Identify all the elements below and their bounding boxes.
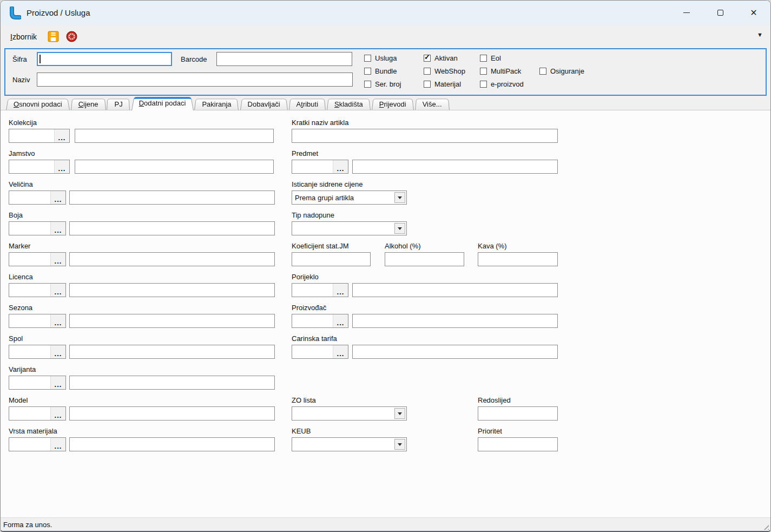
carinska-text-input[interactable] xyxy=(352,345,558,359)
browse-button[interactable]: ... xyxy=(50,191,65,204)
varijanta-text-input[interactable] xyxy=(69,376,275,390)
browse-button[interactable]: ... xyxy=(50,438,65,451)
minimize-button[interactable] xyxy=(670,1,703,25)
field-row-licenca: Licenca... xyxy=(9,273,275,297)
browse-button[interactable]: ... xyxy=(50,345,65,358)
dropdown-value xyxy=(292,407,393,420)
vrsta-materijala-text-input[interactable] xyxy=(69,437,275,451)
spol-text-input[interactable] xyxy=(69,345,275,359)
browse-button[interactable]: ... xyxy=(50,314,65,327)
browse-button[interactable]: ... xyxy=(333,345,348,358)
field-label: Kolekcija xyxy=(9,119,274,127)
tab-dobavljaci[interactable]: Dobavljači xyxy=(240,98,288,110)
zo-lista-dropdown[interactable] xyxy=(292,406,407,421)
browse-button[interactable]: ... xyxy=(50,376,65,389)
field-label: Boja xyxy=(9,211,275,220)
boja-code-input[interactable] xyxy=(9,222,50,235)
save-button[interactable] xyxy=(45,29,61,44)
browse-button[interactable]: ... xyxy=(54,160,69,173)
checkbox-materijal[interactable]: ✓Materijal xyxy=(424,80,461,88)
koeficijent-input[interactable] xyxy=(292,252,371,266)
carinska-code-input[interactable] xyxy=(292,345,333,358)
checkbox-ser-broj[interactable]: ✓Ser. broj xyxy=(364,80,401,88)
dropdown-value xyxy=(292,438,393,451)
barcode-input[interactable] xyxy=(216,52,352,66)
sezona-text-input[interactable] xyxy=(69,314,275,328)
tab-pj[interactable]: PJ xyxy=(107,98,130,110)
close-icon: ✕ xyxy=(750,9,757,17)
checkbox-e-proizvod[interactable]: ✓e-proizvod xyxy=(480,80,524,88)
redoslijed-input[interactable] xyxy=(478,406,558,421)
kolekcija-text-input[interactable] xyxy=(75,129,274,143)
naziv-input[interactable] xyxy=(37,73,353,87)
alkohol-input[interactable] xyxy=(385,252,464,266)
porijeklo-text-input[interactable] xyxy=(352,283,558,297)
resize-grip[interactable] xyxy=(762,523,769,530)
checkbox-osiguranje[interactable]: ✓Osiguranje xyxy=(539,67,584,75)
isticanje-dropdown[interactable]: Prema grupi artikla xyxy=(292,191,407,205)
lookup-field: ... xyxy=(9,191,66,205)
predmet-code-input[interactable] xyxy=(292,160,333,173)
field-row-keub: KEUB xyxy=(292,427,407,451)
checkbox-eol[interactable]: ✓Eol xyxy=(480,54,501,62)
browse-button[interactable]: ... xyxy=(333,284,348,297)
browse-button[interactable]: ... xyxy=(333,160,348,173)
varijanta-code-input[interactable] xyxy=(9,376,50,389)
tab-osnovni-podaci[interactable]: Osnovni podaci xyxy=(6,98,70,110)
licenca-code-input[interactable] xyxy=(9,284,50,297)
checkbox-usluga[interactable]: ✓Usluga xyxy=(364,54,397,62)
browse-button[interactable]: ... xyxy=(54,129,69,142)
proizvodac-code-input[interactable] xyxy=(292,314,333,327)
checkbox-label: Eol xyxy=(491,54,501,62)
cancel-button[interactable] xyxy=(64,29,79,44)
tab-prijevodi[interactable]: Prijevodi xyxy=(372,98,414,110)
jamstvo-text-input[interactable] xyxy=(75,160,274,174)
toolbar-overflow-icon[interactable]: ▼ xyxy=(757,31,763,38)
browse-button[interactable]: ... xyxy=(50,253,65,266)
tab-vise[interactable]: Više... xyxy=(415,98,450,110)
marker-code-input[interactable] xyxy=(9,253,50,266)
field-label: Kava (%) xyxy=(478,242,558,251)
maximize-button[interactable] xyxy=(703,1,737,25)
boja-text-input[interactable] xyxy=(69,221,275,235)
browse-button[interactable]: ... xyxy=(50,284,65,297)
velicina-text-input[interactable] xyxy=(69,191,275,205)
browse-button[interactable]: ... xyxy=(50,407,65,420)
dropdown-arrow-icon xyxy=(394,408,405,419)
browse-button[interactable]: ... xyxy=(333,314,348,327)
checkbox-webshop[interactable]: ✓WebShop xyxy=(424,67,465,75)
tab-cijene[interactable]: Cijene xyxy=(71,98,106,110)
kratki-naziv-input[interactable] xyxy=(292,129,558,143)
prioritet-input[interactable] xyxy=(478,437,558,451)
sezona-code-input[interactable] xyxy=(9,314,50,327)
sifra-input[interactable] xyxy=(37,52,172,66)
kolekcija-code-input[interactable] xyxy=(9,129,54,142)
porijeklo-code-input[interactable] xyxy=(292,284,333,297)
velicina-code-input[interactable] xyxy=(9,191,50,204)
predmet-text-input[interactable] xyxy=(352,160,558,174)
proizvodac-text-input[interactable] xyxy=(352,314,558,328)
vrsta-materijala-code-input[interactable] xyxy=(9,438,50,451)
checkbox-bundle[interactable]: ✓Bundle xyxy=(364,67,397,75)
close-button[interactable]: ✕ xyxy=(737,1,770,25)
tab-label: Dodatni podaci xyxy=(139,99,186,107)
menu-izbornik[interactable]: Izbornik xyxy=(7,30,40,43)
tab-dodatni-podaci[interactable]: Dodatni podaci xyxy=(131,96,194,110)
model-code-input[interactable] xyxy=(9,407,50,420)
checkbox-multipack[interactable]: ✓MultiPack xyxy=(480,67,521,75)
keub-dropdown[interactable] xyxy=(292,437,407,451)
kava-input[interactable] xyxy=(478,252,558,266)
spol-code-input[interactable] xyxy=(9,345,50,358)
tab-pakiranja[interactable]: Pakiranja xyxy=(194,98,239,110)
tip-nadopune-dropdown[interactable] xyxy=(292,221,407,235)
browse-button[interactable]: ... xyxy=(50,222,65,235)
checkbox-aktivan[interactable]: ✓Aktivan xyxy=(424,54,458,62)
field-row-spol: Spol... xyxy=(9,334,275,359)
tab-skladista[interactable]: Skladišta xyxy=(327,98,371,110)
tab-atributi[interactable]: Atributi xyxy=(289,98,326,110)
marker-text-input[interactable] xyxy=(69,252,275,266)
lookup-field: ... xyxy=(9,406,66,421)
model-text-input[interactable] xyxy=(69,406,275,421)
jamstvo-code-input[interactable] xyxy=(9,160,54,173)
licenca-text-input[interactable] xyxy=(69,283,275,297)
